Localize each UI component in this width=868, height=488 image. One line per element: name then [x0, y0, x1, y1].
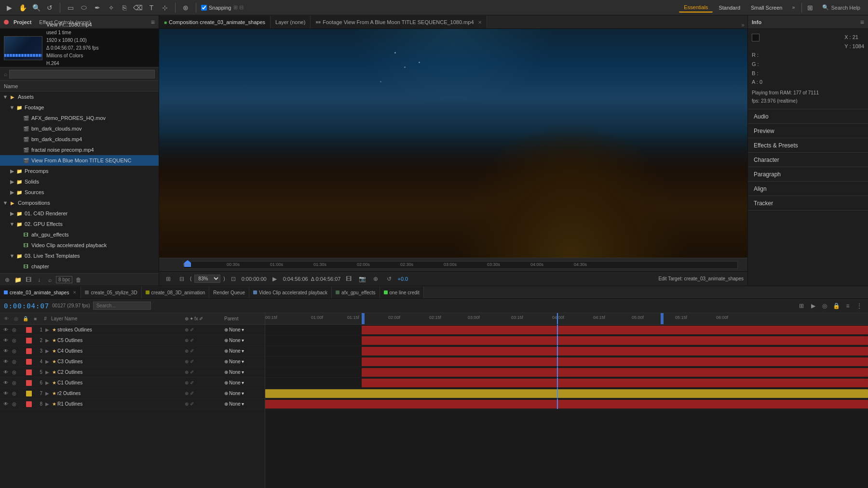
tree-item-assets[interactable]: ▼ ▶ Assets	[0, 92, 159, 102]
tl-bar-8[interactable]	[265, 400, 868, 409]
layer-solo-2[interactable]: ◎	[11, 338, 17, 343]
eraser-icon[interactable]: ⌫	[133, 2, 143, 13]
layer-row-6[interactable]: 👁 ◎ 6 ▶ ★ C1 Outlines ⊕ ✐ ⊕ None ▾	[0, 378, 265, 388]
tl-solo-icon[interactable]: ◎	[820, 301, 829, 311]
comp-tab-2[interactable]: create_08_3D_animation	[142, 287, 210, 298]
tree-item-sources[interactable]: ▶ 📁 Sources	[0, 187, 159, 198]
tl-track-8[interactable]	[265, 399, 868, 409]
tl-props-icon[interactable]: ≡	[843, 301, 853, 311]
layer-solo-3[interactable]: ◎	[11, 348, 17, 354]
rp-paragraph[interactable]: Paragraph	[748, 167, 868, 182]
viewer-btn-region[interactable]: ⊞	[163, 274, 174, 284]
tl-track-2[interactable]	[265, 335, 868, 346]
tl-preview-icon[interactable]: ▶	[808, 301, 818, 311]
layer-solo-5[interactable]: ◎	[11, 369, 17, 375]
rp-character[interactable]: Character	[748, 153, 868, 167]
layer-vis-7[interactable]: 👁	[2, 391, 10, 396]
tree-item-videoclip[interactable]: 🎞 Video Clip accelerated playback	[0, 240, 159, 251]
puppet-icon[interactable]: ⊹	[160, 2, 170, 13]
layer-parent-4[interactable]: ⊕ None ▾	[224, 359, 263, 364]
rp-audio[interactable]: Audio	[748, 109, 868, 124]
layer-vis-2[interactable]: 👁	[2, 338, 10, 343]
viewer-btn-snap[interactable]: ⊡	[228, 274, 239, 284]
layer-parent-3[interactable]: ⊕ None ▾	[224, 348, 263, 354]
panel-menu-icon[interactable]: ≡	[151, 18, 155, 26]
tree-item-bm2[interactable]: 🎬 bm_dark_clouds.mp4	[0, 134, 159, 145]
layer-parent-8[interactable]: ⊕ None ▾	[224, 401, 263, 407]
tl-track-3[interactable]	[265, 346, 868, 356]
workspace-small-screen[interactable]: Small Screen	[746, 3, 787, 12]
tab-close-icon[interactable]: ✕	[478, 20, 482, 25]
layer-expand-7[interactable]: ▶	[45, 391, 51, 396]
snapping-checkbox[interactable]	[201, 5, 207, 11]
layer-parent-7[interactable]: ⊕ None ▾	[224, 391, 263, 396]
new-folder-icon[interactable]: 📁	[14, 276, 22, 284]
layer-vis-4[interactable]: 👁	[2, 359, 10, 364]
tl-new-comp-icon[interactable]: ⊞	[797, 301, 806, 311]
shape-pen-icon[interactable]: ✒	[92, 2, 103, 13]
tl-more-icon[interactable]: ⋮	[854, 301, 864, 311]
work-area-end[interactable]	[661, 313, 664, 324]
layer-row-5[interactable]: 👁 ◎ 5 ▶ ★ C2 Outlines ⊕ ✐ ⊕ None ▾	[0, 367, 265, 378]
layer-row-4[interactable]: 👁 ◎ 4 ▶ ★ C3 Outlines ⊕ ✐ ⊕ None ▾	[0, 356, 265, 367]
work-area-start[interactable]	[362, 313, 365, 324]
cam-rotation-icon[interactable]: ⊛	[180, 2, 191, 13]
layer-row-3[interactable]: 👁 ◎ 3 ▶ ★ C4 Outlines ⊕ ✐ ⊕ None ▾	[0, 346, 265, 356]
comp-tab-6[interactable]: one line credit	[380, 287, 424, 298]
comp-tab-0[interactable]: create_03_animate_shapes ✕	[0, 287, 81, 298]
tree-item-afx-gpu[interactable]: 🎞 afx_gpu_effects	[0, 229, 159, 240]
tree-item-fractal[interactable]: 🎬 fractal noise precomp.mp4	[0, 145, 159, 155]
layer-parent-2[interactable]: ⊕ None ▾	[224, 338, 263, 343]
tab-footage[interactable]: ■■ Footage View From A Blue Moon TITLE S…	[311, 16, 487, 28]
layer-expand-3[interactable]: ▶	[45, 348, 51, 354]
timeline-tracks[interactable]: 00:15f 01:00f 01:15f 02:00f 02:15f 03:00…	[265, 313, 868, 488]
tl-bar-5[interactable]	[362, 368, 868, 377]
workspace-standard[interactable]: Standard	[714, 3, 745, 12]
layer-solo-6[interactable]: ◎	[11, 380, 17, 385]
layer-expand-5[interactable]: ▶	[45, 369, 51, 375]
arrow-tool-icon[interactable]: ▶	[4, 2, 14, 13]
tree-item-precomps[interactable]: ▶ 📁 Precomps	[0, 166, 159, 176]
zoom-select[interactable]: 83% 50% 100%	[194, 275, 220, 283]
viewer-btn-grid[interactable]: ⊟	[176, 274, 187, 284]
layer-expand-1[interactable]: ▶	[45, 327, 51, 332]
workspace-essentials[interactable]: Essentials	[679, 3, 713, 13]
layer-row-1[interactable]: 👁 ◎ 1 ▶ ★ strokes Outlines ⊕ ✐ ⊕ None ▾	[0, 325, 265, 335]
hand-tool-icon[interactable]: ✋	[17, 2, 28, 13]
tree-item-gpu[interactable]: ▼ 📁 02. GPU Effects	[0, 219, 159, 229]
tl-bar-4[interactable]	[362, 357, 868, 366]
layer-vis-1[interactable]: 👁	[2, 327, 10, 332]
viewer-btn-reset[interactable]: ⊕	[370, 274, 381, 284]
layer-parent-5[interactable]: ⊕ None ▾	[224, 369, 263, 375]
tree-item-compositions[interactable]: ▼ ▶ Compositions	[0, 198, 159, 208]
layer-solo-4[interactable]: ◎	[11, 359, 17, 364]
layer-vis-6[interactable]: 👁	[2, 380, 10, 385]
tl-bar-3[interactable]	[362, 347, 868, 356]
layer-parent-1[interactable]: ⊕ None ▾	[224, 327, 263, 332]
import-icon[interactable]: ↓	[35, 276, 43, 284]
timeline-timecode[interactable]: 0:00:04:07	[4, 302, 49, 310]
timeline-search-input[interactable]	[93, 302, 151, 310]
comp-tab-3[interactable]: Render Queue	[209, 287, 249, 298]
comp-tab-4[interactable]: Video Clip accelerated playback	[249, 287, 332, 298]
tree-item-chapter[interactable]: 🎞 chapter	[0, 261, 159, 272]
layer-solo-8[interactable]: ◎	[11, 401, 17, 407]
layer-vis-5[interactable]: 👁	[2, 369, 10, 375]
tree-item-livetext[interactable]: ▼ 📁 03. Live Text Templates	[0, 251, 159, 261]
layer-expand-4[interactable]: ▶	[45, 359, 51, 364]
viewer-btn-film[interactable]: 🎞	[343, 274, 354, 284]
type-tool-icon[interactable]: T	[146, 2, 157, 13]
tl-playhead[interactable]	[557, 313, 558, 324]
right-panel-menu-icon[interactable]: ≡	[860, 18, 864, 26]
project-search-input[interactable]	[9, 70, 155, 79]
feather-icon[interactable]: ⟡	[106, 2, 116, 13]
tab-composition[interactable]: ■ Composition create_03_animate_shapes	[159, 16, 271, 28]
settings-icon[interactable]: ⊞	[805, 2, 815, 13]
new-item-icon[interactable]: ⊕	[3, 276, 12, 284]
layer-row-2[interactable]: 👁 ◎ 2 ▶ ★ C5 Outlines ⊕ ✐ ⊕ None ▾	[0, 335, 265, 346]
new-comp-icon[interactable]: 🎞	[24, 276, 33, 284]
layer-expand-8[interactable]: ▶	[45, 401, 51, 407]
tl-track-4[interactable]	[265, 356, 868, 367]
shape-ellipse-icon[interactable]: ⬭	[79, 2, 89, 13]
tree-item-solids[interactable]: ▶ 📁 Solids	[0, 176, 159, 187]
